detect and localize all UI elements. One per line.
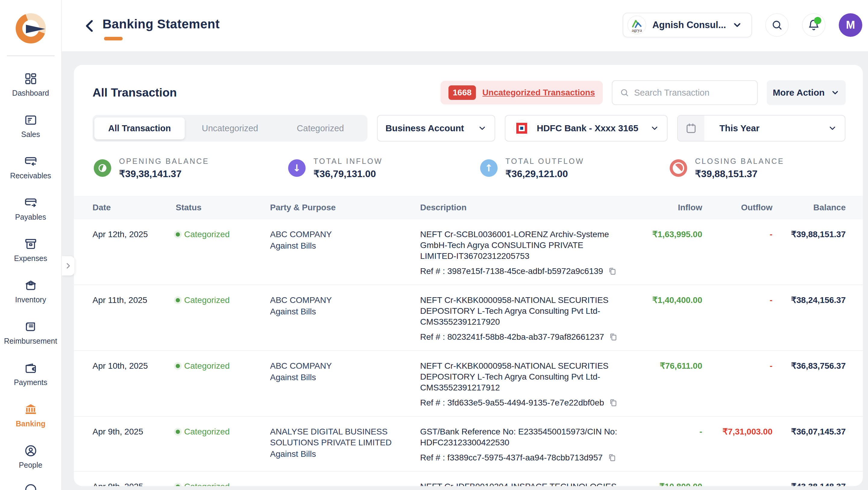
company-selector[interactable]: agrya Agnish Consul... bbox=[623, 13, 752, 37]
sidebar-item-inventory[interactable]: Inventory bbox=[0, 279, 61, 304]
txn-date: Apr 10th, 2025 bbox=[93, 361, 176, 408]
stat-label: OPENING BALANCE bbox=[119, 157, 209, 166]
dashboard-icon bbox=[24, 72, 38, 86]
txn-inflow: ₹1,40,400.00 bbox=[633, 295, 702, 342]
sidebar-item-label: Expenses bbox=[14, 254, 47, 263]
col-party: Party & Purpose bbox=[270, 203, 420, 212]
copy-ref-button[interactable] bbox=[608, 266, 617, 276]
txn-outflow: - bbox=[702, 361, 772, 408]
transaction-search[interactable] bbox=[612, 80, 758, 105]
table-row[interactable]: Apr 12th, 2025 Categorized ABC COMPANYAg… bbox=[74, 219, 863, 285]
copy-ref-button[interactable] bbox=[609, 332, 618, 342]
sidebar-item-people[interactable]: People bbox=[0, 444, 61, 469]
chevron-down-icon bbox=[732, 20, 742, 30]
company-name: Agnish Consul... bbox=[652, 20, 726, 30]
status-dot-icon bbox=[176, 485, 180, 486]
txn-status: Categorized bbox=[176, 426, 270, 463]
stat-total-inflow: ↓ TOTAL INFLOW ₹36,79,131.00 bbox=[288, 157, 480, 179]
col-status: Status bbox=[176, 203, 270, 212]
tab-uncategorized[interactable]: Uncategorized bbox=[185, 117, 275, 139]
txn-outflow: - bbox=[702, 295, 772, 342]
sidebar-item-payables[interactable]: Payables bbox=[0, 196, 61, 222]
stat-total-outflow: ↑ TOTAL OUTFLOW ₹36,29,121.00 bbox=[480, 157, 670, 179]
transactions-card: All Transaction 1668 Uncategorized Trans… bbox=[74, 65, 863, 486]
col-outflow: Outflow bbox=[702, 203, 772, 212]
txn-date: Apr 11th, 2025 bbox=[93, 295, 176, 342]
section-title: All Transaction bbox=[93, 86, 177, 99]
account-type-dropdown[interactable]: Business Account bbox=[377, 115, 495, 142]
bank-icon bbox=[24, 403, 38, 416]
sidebar-collapse-handle[interactable] bbox=[62, 256, 74, 276]
sidebar-item-partial[interactable] bbox=[24, 483, 38, 490]
txn-description: GST/Bank Reference No: E2335450015973/CI… bbox=[420, 426, 633, 463]
more-action-label: More Action bbox=[773, 87, 825, 98]
txn-balance: ₹38,24,156.37 bbox=[772, 295, 846, 342]
sidebar-item-expenses[interactable]: Expenses bbox=[0, 237, 61, 263]
chevron-right-icon bbox=[64, 262, 72, 270]
back-button[interactable] bbox=[82, 18, 99, 34]
col-date: Date bbox=[93, 203, 176, 212]
stat-value: ₹39,88,151.37 bbox=[695, 168, 784, 179]
txn-ref: Ref # : 3987e15f-7138-45ce-adbf-b5972a9c… bbox=[420, 266, 603, 277]
table-row[interactable]: Apr 10th, 2025 Categorized ABC COMPANYAg… bbox=[74, 351, 863, 417]
calendar-icon bbox=[685, 122, 697, 134]
sidebar-item-label: Banking bbox=[16, 420, 45, 428]
global-search-button[interactable] bbox=[765, 13, 789, 37]
uncategorized-transactions-link[interactable]: Uncategorized Transactions bbox=[483, 88, 595, 97]
txn-ref: Ref # : 8023241f-58b8-42ba-ab37-79af8266… bbox=[420, 332, 604, 342]
status-dot-icon bbox=[176, 232, 180, 236]
stat-opening-balance: OPENING BALANCE ₹39,38,141.37 bbox=[94, 157, 288, 179]
sidebar: Dashboard Sales Receivables Payables Exp… bbox=[0, 0, 62, 490]
txn-outflow: - bbox=[702, 481, 772, 486]
sidebar-item-sales[interactable]: Sales bbox=[0, 113, 61, 139]
closing-balance-icon bbox=[670, 159, 687, 177]
more-action-button[interactable]: More Action bbox=[767, 80, 846, 105]
app-logo[interactable] bbox=[16, 13, 46, 44]
company-logo: agrya bbox=[627, 16, 646, 34]
sales-icon bbox=[24, 113, 38, 127]
payables-icon bbox=[24, 196, 38, 210]
outflow-icon: ↑ bbox=[480, 159, 498, 177]
receivables-icon bbox=[24, 154, 38, 168]
period-dropdown[interactable]: This Year bbox=[677, 115, 845, 142]
txn-inflow: ₹76,611.00 bbox=[633, 361, 702, 408]
sidebar-item-banking[interactable]: Banking bbox=[0, 403, 61, 428]
txn-status: Categorized bbox=[176, 295, 270, 342]
title-accent-underline bbox=[104, 37, 123, 40]
chevron-down-icon bbox=[650, 124, 659, 133]
txn-inflow: ₹10,800.00 bbox=[633, 481, 702, 486]
table-row[interactable]: Apr 9th, 2025 Categorized ANALYSE DIGITA… bbox=[74, 417, 863, 471]
table-row[interactable]: Apr 11th, 2025 Categorized ABC COMPANYAg… bbox=[74, 285, 863, 351]
bank-account-dropdown[interactable]: HDFC Bank - Xxxx 3165 bbox=[505, 115, 668, 142]
table-row[interactable]: Apr 9th, 2025 Categorized -Against Bills… bbox=[74, 471, 863, 486]
top-header-bar: Banking Statement agrya Agnish Consul...… bbox=[0, 0, 868, 51]
stat-label: CLOSING BALANCE bbox=[695, 157, 784, 166]
notifications-button[interactable] bbox=[802, 13, 826, 37]
txn-description: NEFT Cr-IDFB0010204-INSPACE TECHNOLOGIES… bbox=[420, 481, 633, 486]
txn-date: Apr 9th, 2025 bbox=[93, 481, 176, 486]
sidebar-item-dashboard[interactable]: Dashboard bbox=[0, 72, 61, 97]
sidebar-item-payments[interactable]: Payments bbox=[0, 361, 61, 387]
txn-balance: ₹36,83,756.37 bbox=[772, 361, 846, 408]
tab-categorized[interactable]: Categorized bbox=[275, 117, 366, 139]
search-transaction-input[interactable] bbox=[634, 88, 750, 98]
txn-ref: Ref # : 3fd633e5-9a55-4494-9135-7e7e22db… bbox=[420, 397, 604, 408]
txn-ref: Ref # : f3389cc7-5975-437f-aa94-78cbb713… bbox=[420, 452, 603, 463]
stat-label: TOTAL OUTFLOW bbox=[505, 157, 584, 166]
col-balance: Balance bbox=[772, 203, 846, 212]
copy-ref-button[interactable] bbox=[609, 398, 618, 408]
tab-all-transaction[interactable]: All Transaction bbox=[94, 117, 185, 139]
copy-ref-button[interactable] bbox=[608, 453, 617, 463]
sidebar-item-receivables[interactable]: Receivables bbox=[0, 154, 61, 180]
user-avatar[interactable]: M bbox=[839, 13, 862, 37]
txn-party: ABC COMPANYAgainst Bills bbox=[270, 295, 420, 342]
txn-inflow: ₹1,63,995.00 bbox=[633, 229, 702, 277]
period-value: This Year bbox=[719, 123, 760, 133]
sidebar-item-reimbursement[interactable]: Reimbursement bbox=[0, 320, 61, 345]
calendar-segment bbox=[678, 116, 704, 141]
chevron-down-icon bbox=[828, 124, 837, 133]
app-logo-arrow bbox=[26, 25, 45, 33]
opening-balance-icon bbox=[94, 159, 111, 177]
txn-inflow: - bbox=[633, 426, 702, 463]
sidebar-item-label: Payables bbox=[15, 213, 46, 222]
